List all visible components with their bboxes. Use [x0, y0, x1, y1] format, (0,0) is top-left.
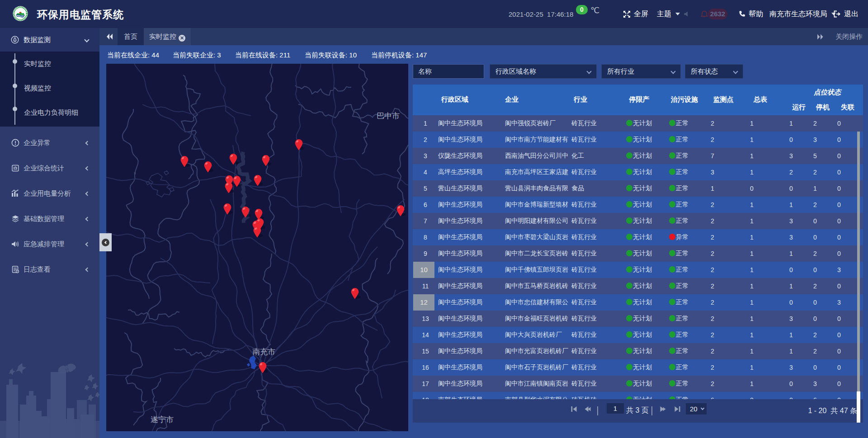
- svg-text:巴中市: 巴中市: [377, 112, 400, 120]
- svg-text:遂宁市: 遂宁市: [151, 415, 174, 424]
- svg-text:南充市: 南充市: [252, 348, 275, 356]
